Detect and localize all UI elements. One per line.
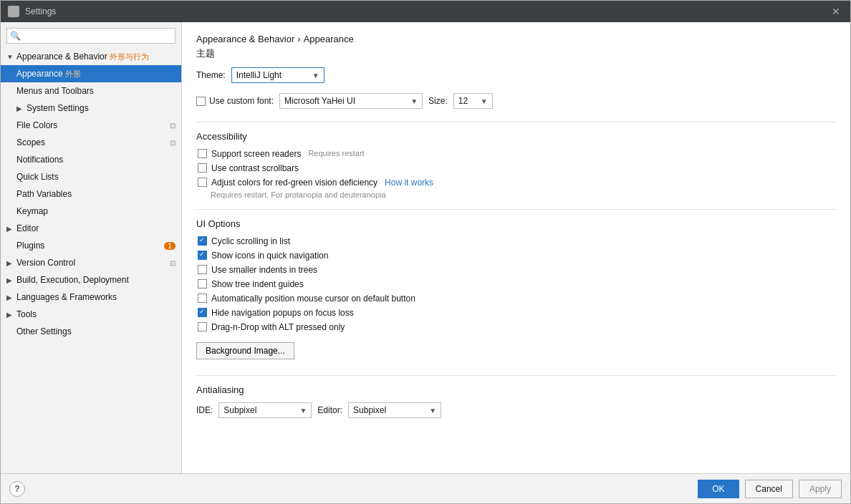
ide-label: IDE: xyxy=(196,405,213,415)
editor-label: Editor: xyxy=(317,405,342,415)
nav-item-label: Keymap xyxy=(16,206,48,216)
cyclic-scrolling-checkbox[interactable] xyxy=(198,236,207,246)
nav-item-label: Appearance xyxy=(16,69,63,79)
screen-readers-checkbox[interactable] xyxy=(198,149,207,158)
cancel-button[interactable]: Cancel xyxy=(745,480,793,498)
sidebar: 🔍 ▼ Appearance & Behavior 外形与行为 Appearan… xyxy=(1,22,182,473)
drag-drop-checkbox-label[interactable] xyxy=(198,322,207,331)
option-red-green-vision: Adjust colors for red-green vision defic… xyxy=(196,178,836,188)
ok-button[interactable]: OK xyxy=(698,480,739,498)
option-hide-nav-popups: Hide navigation popups on focus loss xyxy=(196,308,836,318)
sidebar-item-editor[interactable]: ▶ Editor xyxy=(1,220,181,237)
editor-aa-value: Subpixel xyxy=(353,405,386,415)
sidebar-item-path-variables[interactable]: Path Variables xyxy=(1,185,181,203)
option-contrast-scrollbars: Use contrast scrollbars xyxy=(196,163,836,173)
cyclic-scrolling-label: Cyclic scrolling in list xyxy=(211,236,290,246)
nav-tree: ▼ Appearance & Behavior 外形与行为 Appearance… xyxy=(1,48,181,473)
version-control-icon: ⊡ xyxy=(170,259,176,267)
auto-mouse-checkbox[interactable] xyxy=(198,294,207,303)
sidebar-item-appearance[interactable]: Appearance 外形 xyxy=(1,65,181,82)
tree-indent-checkbox-label[interactable] xyxy=(198,279,207,289)
sidebar-item-quick-lists[interactable]: Quick Lists xyxy=(1,168,181,185)
red-green-checkbox[interactable] xyxy=(198,178,207,187)
smaller-indents-checkbox-label[interactable] xyxy=(198,265,207,274)
tree-indent-label: Show tree indent guides xyxy=(211,279,304,289)
sidebar-item-keymap[interactable]: ▶ Keymap xyxy=(1,203,181,220)
accessibility-title: Accessibility xyxy=(196,131,836,142)
hide-nav-label: Hide navigation popups on focus loss xyxy=(211,308,354,318)
nav-item-label: File Colors xyxy=(16,120,170,130)
sidebar-item-appearance-behavior[interactable]: ▼ Appearance & Behavior 外形与行为 xyxy=(1,48,181,65)
sidebar-item-build-execution[interactable]: ▶ Build, Execution, Deployment xyxy=(1,271,181,289)
smaller-indents-checkbox[interactable] xyxy=(198,265,207,274)
smaller-indents-label: Use smaller indents in trees xyxy=(211,265,317,275)
sidebar-item-other-settings[interactable]: ▶ Other Settings xyxy=(1,323,181,340)
hide-nav-checkbox[interactable] xyxy=(198,308,207,317)
editor-aa-dropdown[interactable]: Subpixel ▼ xyxy=(348,402,441,418)
drag-drop-checkbox[interactable] xyxy=(198,322,207,331)
nav-item-label: Editor xyxy=(16,223,39,233)
sidebar-item-notifications[interactable]: Notifications xyxy=(1,151,181,168)
bottombar-left: ? xyxy=(9,481,25,497)
search-input[interactable] xyxy=(6,28,176,44)
theme-value: IntelliJ Light xyxy=(236,70,282,80)
sidebar-item-version-control[interactable]: ▶ Version Control ⊡ xyxy=(1,254,181,271)
nav-item-label: Quick Lists xyxy=(16,172,59,182)
contrast-scrollbars-label: Use contrast scrollbars xyxy=(211,163,299,173)
apply-button[interactable]: Apply xyxy=(799,480,842,498)
nav-item-label: Notifications xyxy=(16,155,63,165)
nav-item-label: Appearance & Behavior xyxy=(16,52,107,62)
help-button[interactable]: ? xyxy=(9,481,25,497)
screen-readers-checkbox-label[interactable] xyxy=(198,149,207,158)
theme-dropdown[interactable]: IntelliJ Light ▼ xyxy=(231,67,324,83)
expand-arrow: ▶ xyxy=(6,294,16,301)
expand-arrow: ▶ xyxy=(6,225,16,233)
option-drag-drop-alt: Drag-n-Drop with ALT pressed only xyxy=(196,322,836,332)
icons-quick-nav-checkbox-label[interactable] xyxy=(198,251,207,260)
background-image-button[interactable]: Background Image... xyxy=(196,342,294,359)
divider-1 xyxy=(196,122,836,122)
use-custom-font-checkbox[interactable]: Use custom font: xyxy=(196,96,274,106)
sidebar-item-file-colors[interactable]: File Colors ⊡ xyxy=(1,117,181,134)
font-row: Use custom font: Microsoft YaHei UI ▼ Si… xyxy=(196,93,836,109)
sidebar-item-languages-frameworks[interactable]: ▶ Languages & Frameworks xyxy=(1,289,181,306)
screen-readers-label: Support screen readers xyxy=(211,149,301,159)
contrast-scrollbars-checkbox-label[interactable] xyxy=(198,163,207,173)
font-dropdown[interactable]: Microsoft YaHei UI ▼ xyxy=(279,93,423,109)
ide-aa-dropdown[interactable]: Subpixel ▼ xyxy=(218,402,312,418)
settings-window: Settings ✕ 🔍 ▼ Appearance & Behavior 外形与… xyxy=(0,0,851,504)
hide-nav-checkbox-label[interactable] xyxy=(198,308,207,317)
sidebar-item-system-settings[interactable]: ▶ System Settings xyxy=(1,100,181,117)
expand-arrow: ▶ xyxy=(16,105,27,112)
contrast-scrollbars-checkbox[interactable] xyxy=(198,163,207,173)
sidebar-item-plugins[interactable]: ▶ Plugins 1 xyxy=(1,237,181,254)
nav-item-label: Version Control xyxy=(16,258,170,268)
app-icon xyxy=(8,6,19,17)
icons-quick-nav-checkbox[interactable] xyxy=(198,251,207,260)
ide-aa-arrow-icon: ▼ xyxy=(299,407,307,415)
ui-options-section: UI Options Cyclic scrolling in list S xyxy=(196,218,836,365)
sidebar-item-scopes[interactable]: Scopes ⊡ xyxy=(1,134,181,151)
theme-section-title: 主题 xyxy=(196,47,836,60)
font-value: Microsoft YaHei UI xyxy=(284,96,355,106)
size-dropdown[interactable]: 12 ▼ xyxy=(453,93,493,109)
custom-font-checkbox[interactable] xyxy=(196,97,206,106)
option-cyclic-scrolling: Cyclic scrolling in list xyxy=(196,236,836,246)
close-button[interactable]: ✕ xyxy=(829,4,843,19)
how-it-works-link[interactable]: How it works xyxy=(385,178,433,188)
sidebar-item-menus-toolbars[interactable]: Menus and Toolbars xyxy=(1,82,181,100)
sidebar-item-tools[interactable]: ▶ Tools xyxy=(1,306,181,323)
accessibility-section: Accessibility Support screen readers Req… xyxy=(196,131,836,199)
ui-options-title: UI Options xyxy=(196,218,836,229)
expand-arrow: ▶ xyxy=(6,259,16,267)
red-green-checkbox-label[interactable] xyxy=(198,178,207,187)
auto-mouse-checkbox-label[interactable] xyxy=(198,294,207,303)
screen-readers-note: Requires restart xyxy=(308,149,364,158)
cyclic-scrolling-checkbox-label[interactable] xyxy=(198,236,207,246)
dropdown-arrow-icon: ▼ xyxy=(312,72,319,79)
option-icons-quick-nav: Show icons in quick navigation xyxy=(196,251,836,261)
breadcrumb-separator: › xyxy=(297,34,300,44)
titlebar-left: Settings xyxy=(8,6,56,17)
antialiasing-section: Antialiasing IDE: Subpixel ▼ Editor: Sub… xyxy=(196,384,836,418)
tree-indent-checkbox[interactable] xyxy=(198,279,207,289)
